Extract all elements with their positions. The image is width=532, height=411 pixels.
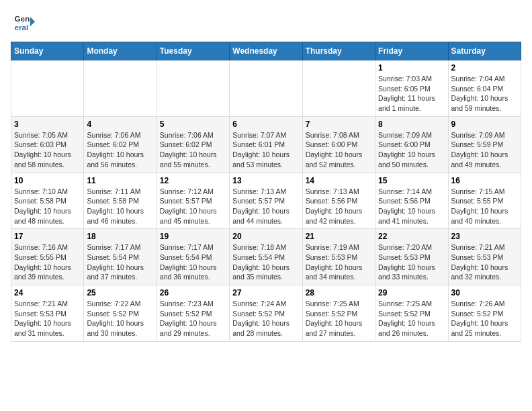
calendar-cell: [84, 60, 157, 117]
day-number: 23: [451, 232, 518, 241]
day-info: Sunrise: 7:03 AM Sunset: 6:05 PM Dayligh…: [378, 74, 445, 113]
svg-text:Gen: Gen: [14, 14, 30, 23]
day-info: Sunrise: 7:12 AM Sunset: 5:57 PM Dayligh…: [160, 187, 226, 226]
weekday-header: Friday: [375, 42, 448, 60]
day-number: 22: [378, 232, 445, 241]
day-number: 21: [306, 232, 372, 241]
calendar-cell: 23Sunrise: 7:21 AM Sunset: 5:53 PM Dayli…: [448, 229, 521, 285]
calendar-week-row: 24Sunrise: 7:21 AM Sunset: 5:53 PM Dayli…: [11, 285, 521, 342]
day-number: 12: [160, 176, 226, 185]
day-number: 11: [87, 176, 153, 185]
calendar-cell: 26Sunrise: 7:23 AM Sunset: 5:52 PM Dayli…: [157, 285, 229, 342]
day-number: 7: [306, 120, 372, 129]
day-number: 17: [14, 232, 81, 241]
calendar-cell: 29Sunrise: 7:25 AM Sunset: 5:52 PM Dayli…: [375, 285, 448, 342]
calendar-cell: 4Sunrise: 7:06 AM Sunset: 6:02 PM Daylig…: [84, 116, 157, 173]
day-info: Sunrise: 7:06 AM Sunset: 6:02 PM Dayligh…: [87, 130, 153, 170]
calendar-week-row: 17Sunrise: 7:16 AM Sunset: 5:55 PM Dayli…: [11, 229, 521, 285]
day-number: 13: [232, 176, 299, 185]
day-number: 15: [378, 176, 445, 185]
weekday-header: Sunday: [11, 42, 84, 60]
calendar-cell: 18Sunrise: 7:17 AM Sunset: 5:54 PM Dayli…: [84, 229, 157, 285]
day-info: Sunrise: 7:04 AM Sunset: 6:04 PM Dayligh…: [451, 74, 518, 113]
day-number: 5: [160, 120, 226, 129]
calendar-cell: 27Sunrise: 7:24 AM Sunset: 5:52 PM Dayli…: [230, 285, 302, 342]
calendar-cell: 7Sunrise: 7:08 AM Sunset: 6:00 PM Daylig…: [302, 116, 375, 173]
day-number: 27: [232, 288, 299, 298]
svg-marker-3: [30, 17, 35, 26]
day-number: 26: [160, 288, 226, 298]
day-info: Sunrise: 7:07 AM Sunset: 6:01 PM Dayligh…: [232, 130, 299, 170]
calendar-cell: 10Sunrise: 7:10 AM Sunset: 5:58 PM Dayli…: [11, 173, 84, 229]
day-info: Sunrise: 7:17 AM Sunset: 5:54 PM Dayligh…: [87, 242, 153, 282]
calendar-header-row: SundayMondayTuesdayWednesdayThursdayFrid…: [11, 42, 521, 60]
day-info: Sunrise: 7:05 AM Sunset: 6:03 PM Dayligh…: [14, 130, 81, 170]
day-number: 1: [378, 63, 445, 73]
day-number: 24: [14, 288, 81, 298]
day-number: 6: [232, 120, 299, 129]
weekday-header: Monday: [84, 42, 157, 60]
day-info: Sunrise: 7:19 AM Sunset: 5:53 PM Dayligh…: [306, 242, 372, 282]
day-info: Sunrise: 7:20 AM Sunset: 5:53 PM Dayligh…: [378, 242, 445, 282]
day-info: Sunrise: 7:08 AM Sunset: 6:00 PM Dayligh…: [306, 130, 372, 170]
calendar-cell: 6Sunrise: 7:07 AM Sunset: 6:01 PM Daylig…: [230, 116, 302, 173]
day-info: Sunrise: 7:25 AM Sunset: 5:52 PM Dayligh…: [306, 299, 372, 338]
calendar-cell: 15Sunrise: 7:14 AM Sunset: 5:56 PM Dayli…: [375, 173, 448, 229]
day-info: Sunrise: 7:13 AM Sunset: 5:57 PM Dayligh…: [232, 187, 299, 226]
day-number: 10: [14, 176, 81, 185]
calendar-week-row: 3Sunrise: 7:05 AM Sunset: 6:03 PM Daylig…: [11, 116, 521, 173]
day-info: Sunrise: 7:22 AM Sunset: 5:52 PM Dayligh…: [87, 299, 153, 338]
calendar-cell: 1Sunrise: 7:03 AM Sunset: 6:05 PM Daylig…: [375, 60, 448, 117]
day-number: 16: [451, 176, 518, 185]
day-info: Sunrise: 7:18 AM Sunset: 5:54 PM Dayligh…: [232, 242, 299, 282]
day-number: 2: [451, 63, 518, 73]
calendar-cell: 13Sunrise: 7:13 AM Sunset: 5:57 PM Dayli…: [230, 173, 302, 229]
calendar-cell: 9Sunrise: 7:09 AM Sunset: 5:59 PM Daylig…: [448, 116, 521, 173]
calendar-cell: 21Sunrise: 7:19 AM Sunset: 5:53 PM Dayli…: [302, 229, 375, 285]
day-info: Sunrise: 7:24 AM Sunset: 5:52 PM Dayligh…: [232, 299, 299, 338]
calendar-cell: 20Sunrise: 7:18 AM Sunset: 5:54 PM Dayli…: [230, 229, 302, 285]
calendar-cell: 12Sunrise: 7:12 AM Sunset: 5:57 PM Dayli…: [157, 173, 229, 229]
logo-icon: Gen eral: [11, 11, 35, 35]
calendar-cell: 2Sunrise: 7:04 AM Sunset: 6:04 PM Daylig…: [448, 60, 521, 117]
day-info: Sunrise: 7:17 AM Sunset: 5:54 PM Dayligh…: [160, 242, 226, 282]
calendar-cell: 8Sunrise: 7:09 AM Sunset: 6:00 PM Daylig…: [375, 116, 448, 173]
day-number: 25: [87, 288, 153, 298]
day-info: Sunrise: 7:09 AM Sunset: 5:59 PM Dayligh…: [451, 130, 518, 170]
calendar-cell: 22Sunrise: 7:20 AM Sunset: 5:53 PM Dayli…: [375, 229, 448, 285]
day-number: 19: [160, 232, 226, 241]
calendar-cell: [157, 60, 229, 117]
weekday-header: Saturday: [448, 42, 521, 60]
svg-text:eral: eral: [14, 23, 28, 32]
calendar-cell: [11, 60, 84, 117]
day-number: 9: [451, 120, 518, 129]
day-info: Sunrise: 7:21 AM Sunset: 5:53 PM Dayligh…: [14, 299, 81, 338]
day-number: 14: [306, 176, 372, 185]
day-info: Sunrise: 7:09 AM Sunset: 6:00 PM Dayligh…: [378, 130, 445, 170]
logo: Gen eral: [11, 11, 39, 35]
day-info: Sunrise: 7:11 AM Sunset: 5:58 PM Dayligh…: [87, 187, 153, 226]
calendar-week-row: 1Sunrise: 7:03 AM Sunset: 6:05 PM Daylig…: [11, 60, 521, 117]
day-number: 29: [378, 288, 445, 298]
calendar-cell: 3Sunrise: 7:05 AM Sunset: 6:03 PM Daylig…: [11, 116, 84, 173]
weekday-header: Tuesday: [157, 42, 229, 60]
weekday-header: Wednesday: [230, 42, 302, 60]
day-info: Sunrise: 7:13 AM Sunset: 5:56 PM Dayligh…: [306, 187, 372, 226]
calendar-cell: 16Sunrise: 7:15 AM Sunset: 5:55 PM Dayli…: [448, 173, 521, 229]
calendar-cell: 30Sunrise: 7:26 AM Sunset: 5:52 PM Dayli…: [448, 285, 521, 342]
weekday-header: Thursday: [302, 42, 375, 60]
header: Gen eral: [11, 11, 521, 35]
calendar-cell: 11Sunrise: 7:11 AM Sunset: 5:58 PM Dayli…: [84, 173, 157, 229]
calendar-cell: 14Sunrise: 7:13 AM Sunset: 5:56 PM Dayli…: [302, 173, 375, 229]
day-number: 3: [14, 120, 81, 129]
day-info: Sunrise: 7:10 AM Sunset: 5:58 PM Dayligh…: [14, 187, 81, 226]
calendar-week-row: 10Sunrise: 7:10 AM Sunset: 5:58 PM Dayli…: [11, 173, 521, 229]
calendar-cell: 5Sunrise: 7:06 AM Sunset: 6:02 PM Daylig…: [157, 116, 229, 173]
calendar-cell: [302, 60, 375, 117]
calendar-cell: 28Sunrise: 7:25 AM Sunset: 5:52 PM Dayli…: [302, 285, 375, 342]
day-number: 4: [87, 120, 153, 129]
day-number: 18: [87, 232, 153, 241]
calendar: SundayMondayTuesdayWednesdayThursdayFrid…: [11, 42, 521, 342]
calendar-cell: [230, 60, 302, 117]
calendar-cell: 25Sunrise: 7:22 AM Sunset: 5:52 PM Dayli…: [84, 285, 157, 342]
